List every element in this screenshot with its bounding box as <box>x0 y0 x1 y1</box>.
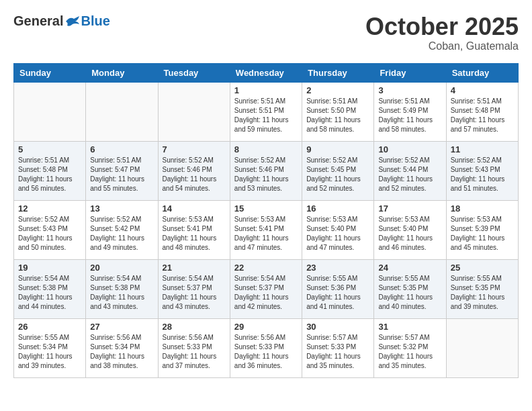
day-number: 29 <box>234 322 298 332</box>
weekday-header-saturday: Saturday <box>446 63 518 82</box>
day-number: 11 <box>451 144 514 154</box>
weekday-header-sunday: Sunday <box>14 63 86 82</box>
calendar-day-cell: 30Sunrise: 5:57 AM Sunset: 5:33 PM Dayli… <box>302 318 374 377</box>
calendar-day-cell: 11Sunrise: 5:52 AM Sunset: 5:43 PM Dayli… <box>446 141 518 200</box>
weekday-header-friday: Friday <box>374 63 446 82</box>
day-info: Sunrise: 5:56 AM Sunset: 5:33 PM Dayligh… <box>163 333 226 371</box>
day-info: Sunrise: 5:51 AM Sunset: 5:51 PM Dayligh… <box>234 97 298 134</box>
weekday-header-monday: Monday <box>86 63 158 82</box>
day-number: 14 <box>163 203 226 214</box>
day-info: Sunrise: 5:56 AM Sunset: 5:33 PM Dayligh… <box>234 333 298 371</box>
weekday-header-thursday: Thursday <box>302 63 374 82</box>
calendar-day-cell <box>158 82 230 141</box>
day-number: 3 <box>378 85 441 95</box>
day-info: Sunrise: 5:54 AM Sunset: 5:37 PM Dayligh… <box>234 274 298 312</box>
day-number: 28 <box>163 322 226 332</box>
day-info: Sunrise: 5:55 AM Sunset: 5:35 PM Dayligh… <box>451 274 514 312</box>
day-info: Sunrise: 5:56 AM Sunset: 5:34 PM Dayligh… <box>90 333 153 371</box>
day-number: 31 <box>378 322 441 332</box>
logo: General Blue <box>13 13 110 29</box>
calendar-table: SundayMondayTuesdayWednesdayThursdayFrid… <box>13 63 519 378</box>
calendar-day-cell: 2Sunrise: 5:51 AM Sunset: 5:50 PM Daylig… <box>302 82 374 141</box>
day-info: Sunrise: 5:51 AM Sunset: 5:48 PM Dayligh… <box>451 97 514 134</box>
calendar-day-cell: 4Sunrise: 5:51 AM Sunset: 5:48 PM Daylig… <box>446 82 518 141</box>
day-info: Sunrise: 5:54 AM Sunset: 5:37 PM Dayligh… <box>163 274 226 312</box>
logo-general-text: General <box>13 13 63 29</box>
day-number: 16 <box>306 203 369 214</box>
calendar-day-cell: 23Sunrise: 5:55 AM Sunset: 5:36 PM Dayli… <box>302 259 374 318</box>
calendar-day-cell: 7Sunrise: 5:52 AM Sunset: 5:46 PM Daylig… <box>158 141 230 200</box>
calendar-day-cell: 10Sunrise: 5:52 AM Sunset: 5:44 PM Dayli… <box>374 141 446 200</box>
calendar-week-row: 19Sunrise: 5:54 AM Sunset: 5:38 PM Dayli… <box>14 259 519 318</box>
day-number: 20 <box>90 263 153 273</box>
day-number: 24 <box>378 263 441 273</box>
calendar-day-cell: 6Sunrise: 5:51 AM Sunset: 5:47 PM Daylig… <box>86 141 158 200</box>
calendar-day-cell: 9Sunrise: 5:52 AM Sunset: 5:45 PM Daylig… <box>302 141 374 200</box>
day-info: Sunrise: 5:55 AM Sunset: 5:35 PM Dayligh… <box>378 274 441 312</box>
day-info: Sunrise: 5:52 AM Sunset: 5:42 PM Dayligh… <box>90 215 153 253</box>
calendar-week-row: 1Sunrise: 5:51 AM Sunset: 5:51 PM Daylig… <box>14 82 519 141</box>
day-info: Sunrise: 5:53 AM Sunset: 5:41 PM Dayligh… <box>234 215 298 253</box>
calendar-week-row: 26Sunrise: 5:55 AM Sunset: 5:34 PM Dayli… <box>14 318 519 377</box>
day-number: 25 <box>451 263 514 273</box>
calendar-day-cell: 8Sunrise: 5:52 AM Sunset: 5:46 PM Daylig… <box>230 141 302 200</box>
day-number: 9 <box>306 144 369 154</box>
day-number: 30 <box>306 322 369 332</box>
calendar-day-cell: 28Sunrise: 5:56 AM Sunset: 5:33 PM Dayli… <box>158 318 230 377</box>
title-section: October 2025 Coban, Guatemala <box>365 13 519 52</box>
calendar-day-cell <box>446 318 518 377</box>
calendar-day-cell: 24Sunrise: 5:55 AM Sunset: 5:35 PM Dayli… <box>374 259 446 318</box>
logo-blue-text: Blue <box>81 13 109 29</box>
calendar-day-cell: 16Sunrise: 5:53 AM Sunset: 5:40 PM Dayli… <box>302 200 374 259</box>
location: Coban, Guatemala <box>365 40 519 52</box>
day-number: 2 <box>306 85 369 95</box>
calendar-day-cell: 22Sunrise: 5:54 AM Sunset: 5:37 PM Dayli… <box>230 259 302 318</box>
day-number: 22 <box>234 263 298 273</box>
day-number: 23 <box>306 263 369 273</box>
day-info: Sunrise: 5:51 AM Sunset: 5:49 PM Dayligh… <box>378 97 441 134</box>
calendar-day-cell: 13Sunrise: 5:52 AM Sunset: 5:42 PM Dayli… <box>86 200 158 259</box>
day-number: 10 <box>378 144 441 154</box>
day-number: 6 <box>90 144 153 154</box>
day-number: 17 <box>378 203 441 214</box>
day-number: 7 <box>163 144 226 154</box>
calendar-day-cell <box>14 82 86 141</box>
day-info: Sunrise: 5:57 AM Sunset: 5:33 PM Dayligh… <box>306 333 369 371</box>
calendar-day-cell: 26Sunrise: 5:55 AM Sunset: 5:34 PM Dayli… <box>14 318 86 377</box>
day-number: 12 <box>18 203 81 214</box>
day-info: Sunrise: 5:54 AM Sunset: 5:38 PM Dayligh… <box>18 274 81 312</box>
day-number: 18 <box>451 203 514 214</box>
calendar-day-cell: 27Sunrise: 5:56 AM Sunset: 5:34 PM Dayli… <box>86 318 158 377</box>
calendar-week-row: 12Sunrise: 5:52 AM Sunset: 5:43 PM Dayli… <box>14 200 519 259</box>
day-number: 15 <box>234 203 298 214</box>
calendar-day-cell: 19Sunrise: 5:54 AM Sunset: 5:38 PM Dayli… <box>14 259 86 318</box>
day-number: 13 <box>90 203 153 214</box>
day-number: 8 <box>234 144 298 154</box>
weekday-header-wednesday: Wednesday <box>230 63 302 82</box>
day-info: Sunrise: 5:51 AM Sunset: 5:47 PM Dayligh… <box>90 156 153 193</box>
day-info: Sunrise: 5:51 AM Sunset: 5:48 PM Dayligh… <box>18 156 81 193</box>
calendar-day-cell: 18Sunrise: 5:53 AM Sunset: 5:39 PM Dayli… <box>446 200 518 259</box>
day-info: Sunrise: 5:53 AM Sunset: 5:39 PM Dayligh… <box>451 215 514 253</box>
day-number: 1 <box>234 85 298 95</box>
day-info: Sunrise: 5:53 AM Sunset: 5:40 PM Dayligh… <box>306 215 369 253</box>
day-info: Sunrise: 5:57 AM Sunset: 5:32 PM Dayligh… <box>378 333 441 371</box>
page-header: General Blue October 2025 Coban, Guatema… <box>13 13 519 52</box>
day-number: 4 <box>451 85 514 95</box>
calendar-day-cell: 12Sunrise: 5:52 AM Sunset: 5:43 PM Dayli… <box>14 200 86 259</box>
weekday-header-tuesday: Tuesday <box>158 63 230 82</box>
day-number: 27 <box>90 322 153 332</box>
day-info: Sunrise: 5:52 AM Sunset: 5:46 PM Dayligh… <box>234 156 298 193</box>
calendar-day-cell: 3Sunrise: 5:51 AM Sunset: 5:49 PM Daylig… <box>374 82 446 141</box>
calendar-day-cell: 1Sunrise: 5:51 AM Sunset: 5:51 PM Daylig… <box>230 82 302 141</box>
day-info: Sunrise: 5:55 AM Sunset: 5:34 PM Dayligh… <box>18 333 81 371</box>
day-number: 19 <box>18 263 81 273</box>
calendar-day-cell: 31Sunrise: 5:57 AM Sunset: 5:32 PM Dayli… <box>374 318 446 377</box>
logo-bird-icon <box>64 15 81 28</box>
day-info: Sunrise: 5:51 AM Sunset: 5:50 PM Dayligh… <box>306 97 369 134</box>
calendar-day-cell: 5Sunrise: 5:51 AM Sunset: 5:48 PM Daylig… <box>14 141 86 200</box>
month-title: October 2025 <box>365 13 519 40</box>
calendar-day-cell: 20Sunrise: 5:54 AM Sunset: 5:38 PM Dayli… <box>86 259 158 318</box>
calendar-day-cell <box>86 82 158 141</box>
calendar-day-cell: 15Sunrise: 5:53 AM Sunset: 5:41 PM Dayli… <box>230 200 302 259</box>
